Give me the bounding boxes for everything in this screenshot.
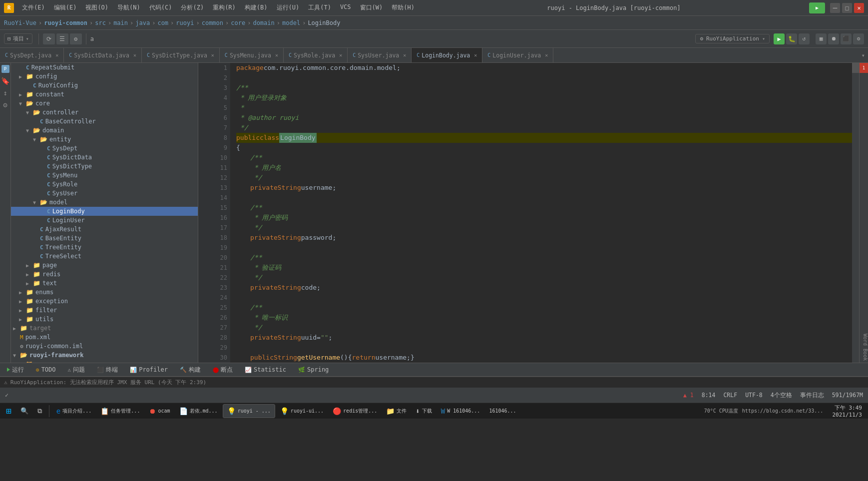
minimize-btn[interactable]: ─ <box>830 3 840 13</box>
tree-item-framework[interactable]: ▼ 📂 ruoyi-framework <box>11 351 198 360</box>
taskbar-stats[interactable]: 161046... <box>485 404 520 418</box>
line-separator[interactable]: CRLF <box>723 392 737 399</box>
run-button[interactable]: 运行 <box>4 365 27 375</box>
tab-sysrole[interactable]: C SysRole.java ✕ <box>284 48 348 62</box>
tree-item-iml[interactable]: ⚙ ruoyi-common.iml <box>11 342 198 351</box>
tab-close-loginuser[interactable]: ✕ <box>545 52 548 58</box>
toolbar-btn-1[interactable]: ⟳ <box>43 33 55 44</box>
tree-item-treeentity[interactable]: C TreeEntity <box>11 243 198 252</box>
breadcrumb-loginbody[interactable]: LoginBody <box>308 19 340 26</box>
tree-item-text[interactable]: ▶ 📁 text <box>11 279 198 288</box>
panel-icon-2[interactable]: 🔖 <box>1 77 9 85</box>
todo-button[interactable]: ⊙ TODO <box>33 365 59 374</box>
encoding[interactable]: UTF-8 <box>745 392 763 399</box>
tab-scroll-right[interactable]: ▾ <box>859 48 868 62</box>
window-mgmt-btns[interactable]: ▦ ⏺ ⬛ ⚙ <box>816 33 864 44</box>
breadcrumb-src[interactable]: src <box>95 19 106 26</box>
tab-sysdictdata[interactable]: C SysDictData.java ✕ <box>64 48 142 62</box>
scrollbar-thumb[interactable] <box>852 63 859 73</box>
tree-item-sysmenu[interactable]: C SysMenu <box>11 171 198 180</box>
taskbar-word[interactable]: 📄 若依.md... <box>175 404 222 418</box>
menu-tools[interactable]: 工具(T) <box>304 2 335 13</box>
taskbar-ocam[interactable]: ⏺ ocam <box>145 404 174 418</box>
menu-build[interactable]: 构建(B) <box>241 2 272 13</box>
tree-item-constant[interactable]: ▶ 📁 constant <box>11 90 198 99</box>
taskbar-edge[interactable]: e 项目介绍... <box>52 404 96 418</box>
taskbar-taskmgr[interactable]: 📋 任务管理... <box>96 404 144 418</box>
tree-item-sysdictdata[interactable]: C SysDictData <box>11 153 198 162</box>
error-indicator[interactable]: 1 <box>860 63 868 73</box>
run-config-btn[interactable]: ▶ <box>809 2 825 13</box>
terminal-button[interactable]: ⬛ 终端 <box>94 365 121 375</box>
build-button[interactable]: 🔨 构建 <box>177 365 204 375</box>
tab-close-sysdicttype[interactable]: ✕ <box>211 52 214 58</box>
tree-item-ajaxresult[interactable]: C AjaxResult <box>11 225 198 234</box>
menu-bar[interactable]: 文件(E) 编辑(E) 视图(O) 导航(N) 代码(C) 分析(Z) 重构(R… <box>18 2 419 13</box>
profiler-button[interactable]: 📊 Profiler <box>127 365 171 374</box>
panel-icon-3[interactable]: ↕ <box>1 89 9 97</box>
taskbar-idea-2[interactable]: 💡 ruoyi-ui... <box>276 404 328 418</box>
breadcrumb-common[interactable]: common <box>202 19 223 26</box>
tray-link[interactable]: https://blog.csdn.net/33... <box>742 408 824 414</box>
code-editor[interactable]: 12345 678910 1112131415 1617181920 21222… <box>198 63 859 363</box>
tree-item-filter[interactable]: ▶ 📁 filter <box>11 306 198 315</box>
project-selector[interactable]: ⊟ 项目 ▾ <box>4 33 32 44</box>
tree-item-redis[interactable]: ▶ 📁 redis <box>11 270 198 279</box>
spring-button[interactable]: 🌿 Spring <box>295 365 332 374</box>
menu-view[interactable]: 视图(O) <box>81 2 112 13</box>
debug-btn[interactable]: 🐛 <box>786 33 797 44</box>
tab-close-sysmenu[interactable]: ✕ <box>275 52 278 58</box>
taskbar-taskview[interactable]: ⧉ <box>33 404 46 418</box>
tab-close-sysuser[interactable]: ✕ <box>403 52 406 58</box>
problems-button[interactable]: ⚠ 问题 <box>65 365 88 375</box>
breadcrumb-domain[interactable]: domain <box>253 19 274 26</box>
breadcrumb-core[interactable]: core <box>231 19 245 26</box>
breadcrumb-module[interactable]: ruoyi-common <box>44 19 87 26</box>
toolbar-actions[interactable]: ⟳ ☰ ⚙ <box>43 33 82 44</box>
tree-item-treeselect[interactable]: C TreeSelect <box>11 252 198 261</box>
layout-btn[interactable]: ▦ <box>816 33 827 44</box>
clock[interactable]: 下午 3:49 2021/11/3 <box>828 404 866 418</box>
tab-loginbody[interactable]: C LoginBody.java ✕ <box>412 48 482 62</box>
tab-close-loginbody[interactable]: ✕ <box>474 52 477 58</box>
toolbar-btn-3[interactable]: ⚙ <box>70 33 82 44</box>
update-btn[interactable]: ↺ <box>799 33 810 44</box>
tree-item-sysdept[interactable]: C SysDept <box>11 144 198 153</box>
editor-tabs[interactable]: C SysDept.java ✕ C SysDictData.java ✕ C … <box>0 48 868 63</box>
panel-icon-4[interactable]: ⚙ <box>1 101 9 109</box>
tree-item-utils[interactable]: ▶ 📁 utils <box>11 315 198 324</box>
taskbar-start[interactable]: ⊞ <box>2 404 15 418</box>
word-book-tab[interactable]: Word Book <box>860 332 868 363</box>
tab-close-sysrole[interactable]: ✕ <box>339 52 342 58</box>
breadcrumb-main[interactable]: main <box>113 19 128 26</box>
panel-icon-1[interactable]: P <box>1 65 9 73</box>
tree-item-entity[interactable]: ▼ 📂 entity <box>11 135 198 144</box>
run-buttons[interactable]: ▶ 🐛 ↺ <box>774 33 810 44</box>
tree-item-ruoyiconfig[interactable]: C RuoYiConfig <box>11 81 198 90</box>
tree-item-sysdicttype[interactable]: C SysDictType <box>11 162 198 171</box>
statistic-button[interactable]: 📈 Statistic <box>242 365 289 374</box>
toolbar-btn-2[interactable]: ☰ <box>56 33 68 44</box>
menu-run[interactable]: 运行(U) <box>273 2 304 13</box>
breadcrumb-com[interactable]: com <box>157 19 168 26</box>
tree-item-repeatsubmit[interactable]: C RepeatSubmit <box>11 63 198 72</box>
tab-sysmenu[interactable]: C SysMenu.java ✕ <box>220 48 284 62</box>
rec-btn[interactable]: ⏺ <box>828 33 839 44</box>
menu-refactor[interactable]: 重构(R) <box>209 2 240 13</box>
tab-sysuser[interactable]: C SysUser.java ✕ <box>348 48 412 62</box>
editor-scrollbar[interactable] <box>852 63 859 363</box>
tree-item-target[interactable]: ▶ 📁 target <box>11 324 198 333</box>
mini-btn[interactable]: ⬛ <box>841 33 852 44</box>
tree-item-sysuser[interactable]: C SysUser <box>11 189 198 198</box>
run-config-selector[interactable]: ⚙ RuoYiApplication ▾ <box>695 34 770 43</box>
tree-item-baseentity[interactable]: C BaseEntity <box>11 234 198 243</box>
tree-item-basecontroller[interactable]: C BaseController <box>11 117 198 126</box>
tree-item-domain[interactable]: ▼ 📂 domain <box>11 126 198 135</box>
tree-item-loginuser[interactable]: C LoginUser <box>11 216 198 225</box>
menu-analyze[interactable]: 分析(Z) <box>177 2 208 13</box>
toolbar-run-group[interactable]: a <box>90 35 94 42</box>
taskbar-redis[interactable]: 🔴 redis管理... <box>329 404 381 418</box>
menu-window[interactable]: 窗口(W) <box>356 2 387 13</box>
tree-item-loginbody[interactable]: C LoginBody <box>11 207 198 216</box>
tab-close-sysdept[interactable]: ✕ <box>55 52 58 58</box>
